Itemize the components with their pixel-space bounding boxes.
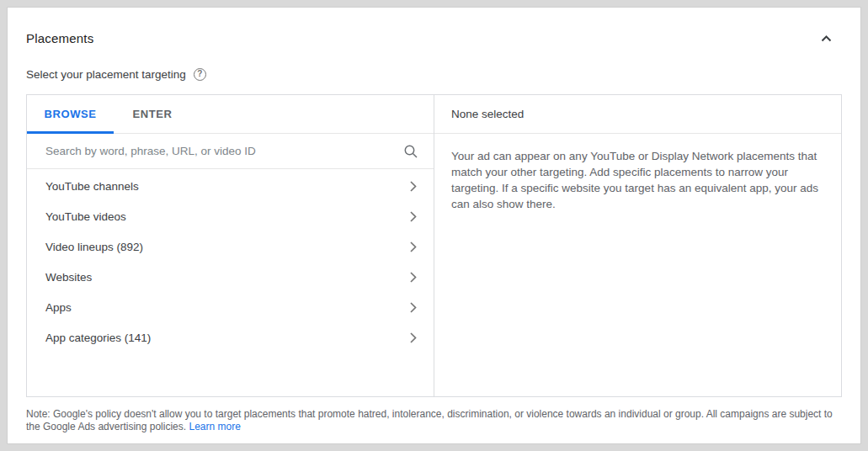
list-item-label: App categories (141)	[45, 332, 151, 344]
list-item-youtube-channels[interactable]: YouTube channels	[27, 171, 434, 201]
placement-picker-panel: BROWSE ENTER YouTube channels YouTube vi…	[26, 94, 842, 397]
help-icon[interactable]: ?	[194, 68, 206, 81]
list-item-app-categories[interactable]: App categories (141)	[27, 322, 434, 353]
list-item-label: YouTube channels	[45, 180, 139, 193]
policy-note: Note: Google's policy doesn't allow you …	[26, 408, 842, 433]
list-item-label: Apps	[45, 301, 72, 314]
collapse-section-button[interactable]	[817, 29, 835, 48]
list-item-label: Video lineups (892)	[45, 241, 143, 253]
list-item-websites[interactable]: Websites	[27, 262, 434, 292]
list-item-apps[interactable]: Apps	[27, 292, 434, 322]
card-header: Placements	[8, 8, 860, 48]
chevron-right-icon	[410, 241, 417, 252]
policy-note-text: Note: Google's policy doesn't allow you …	[26, 408, 833, 432]
list-item-youtube-videos[interactable]: YouTube videos	[27, 201, 434, 231]
chevron-right-icon	[410, 211, 417, 222]
chevron-right-icon	[410, 332, 417, 343]
list-item-video-lineups[interactable]: Video lineups (892)	[27, 231, 434, 262]
page-title: Placements	[26, 31, 93, 45]
placements-card: Placements Select your placement targeti…	[7, 7, 861, 444]
list-item-label: Websites	[45, 271, 92, 284]
browse-list: YouTube channels YouTube videos Video li…	[27, 169, 434, 353]
browse-pane: BROWSE ENTER YouTube channels YouTube vi…	[27, 95, 434, 396]
chevron-right-icon	[410, 272, 417, 283]
subtitle-row: Select your placement targeting ?	[8, 68, 860, 81]
selection-pane: None selected Your ad can appear on any …	[434, 95, 841, 396]
tab-enter[interactable]: ENTER	[114, 95, 191, 134]
search-row	[27, 134, 434, 169]
tab-bar: BROWSE ENTER	[27, 95, 434, 134]
chevron-up-icon	[821, 32, 832, 45]
chevron-right-icon	[410, 181, 417, 192]
search-icon	[403, 144, 418, 159]
placement-targeting-label: Select your placement targeting	[26, 68, 186, 81]
chevron-right-icon	[410, 302, 417, 313]
search-input[interactable]	[45, 145, 403, 157]
selection-status: None selected	[434, 95, 841, 134]
learn-more-link[interactable]: Learn more	[189, 421, 240, 432]
selection-description: Your ad can appear on any YouTube or Dis…	[434, 134, 841, 212]
tab-browse[interactable]: BROWSE	[27, 95, 114, 134]
list-item-label: YouTube videos	[45, 210, 126, 223]
